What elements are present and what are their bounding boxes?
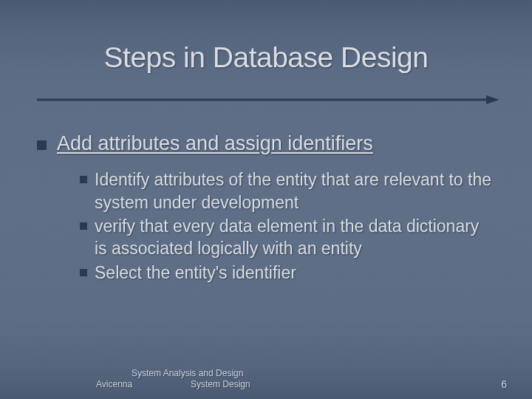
square-bullet-icon <box>37 140 47 150</box>
level1-text: Add attributes and assign identifiers <box>57 132 373 155</box>
level1-item: Add attributes and assign identifiers <box>37 132 495 155</box>
slide-title: Steps in Database Design <box>0 0 532 81</box>
level2-item: verify that every data element in the da… <box>80 215 495 260</box>
title-underline-arrow <box>37 95 499 105</box>
level2-item: Identify attributes of the entity that a… <box>80 168 495 214</box>
footer: System Analysis and Design Avicenna Syst… <box>0 368 532 390</box>
footer-line1: System Analysis and Design <box>132 368 250 379</box>
slide: Steps in Database Design Add attributes … <box>0 0 532 399</box>
square-bullet-icon <box>80 176 87 183</box>
level2-list: Identify attributes of the entity that a… <box>80 168 495 284</box>
level2-text: verify that every data element in the da… <box>95 215 495 260</box>
square-bullet-icon <box>80 222 87 230</box>
footer-author: Avicenna <box>96 379 191 390</box>
content-area: Add attributes and assign identifiers Id… <box>37 132 495 285</box>
svg-marker-1 <box>486 95 499 104</box>
footer-subtitle: System Design <box>191 379 250 390</box>
square-bullet-icon <box>80 269 87 276</box>
level2-text: Identify attributes of the entity that a… <box>95 168 495 214</box>
page-number: 6 <box>501 378 507 390</box>
footer-text: System Analysis and Design Avicenna Syst… <box>96 368 250 390</box>
level2-text: Select the entity's identifier <box>95 262 296 284</box>
level2-item: Select the entity's identifier <box>80 262 495 284</box>
